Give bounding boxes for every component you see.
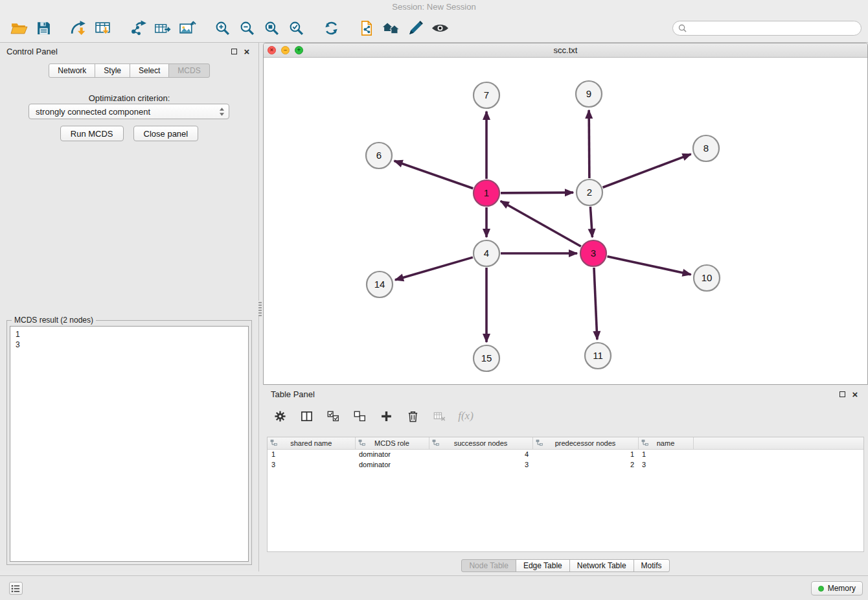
edge-1-6[interactable] [394,161,474,188]
column-label: MCDS role [374,439,409,447]
cell-mcds_role[interactable]: dominator [355,449,429,459]
graph-node-1[interactable]: 1 [474,180,499,206]
table-settings-gear-icon[interactable] [272,408,288,424]
export-image-icon[interactable] [175,17,200,40]
column-header-name[interactable]: name [638,437,693,449]
close-window-icon[interactable]: × [268,46,276,54]
edge-4-14[interactable] [395,257,473,280]
criterion-dropdown[interactable]: strongly connected component [29,104,229,119]
edge-2-8[interactable] [603,154,691,187]
tab-select[interactable]: Select [130,63,169,78]
unselect-all-columns-icon[interactable] [352,408,367,424]
float-panel-icon[interactable] [229,46,239,56]
svg-text:2: 2 [587,187,592,198]
column-header-shared_name[interactable]: shared name [268,437,355,449]
network-graph[interactable]: 7968124314101511 [264,58,867,384]
select-all-columns-icon[interactable] [325,408,341,424]
edge-3-10[interactable] [607,257,691,275]
cell-predecessor_nodes[interactable]: 2 [532,459,638,470]
window-title: Session: New Session [0,0,868,14]
zoom-selected-icon[interactable] [284,17,308,40]
network-canvas[interactable]: 7968124314101511 [264,58,867,384]
zoom-fit-icon[interactable] [259,17,284,40]
edge-2-9[interactable] [589,110,589,178]
zoom-window-icon[interactable]: + [295,46,303,54]
node-table[interactable]: shared nameMCDS rolesuccessor nodesprede… [267,437,864,552]
open-folder-icon[interactable] [6,17,31,40]
vertical-splitter-handle[interactable] [258,301,262,316]
table-row[interactable]: 3dominator323 [268,459,863,470]
minimize-window-icon[interactable]: – [281,46,290,54]
column-label: name [657,439,675,447]
table-row[interactable]: 1dominator411 [268,449,863,459]
column-header-successor_nodes[interactable]: successor nodes [429,437,532,449]
svg-text:9: 9 [586,88,591,99]
cell-shared_name[interactable]: 3 [268,459,355,470]
graph-node-7[interactable]: 7 [474,82,499,108]
graph-node-3[interactable]: 3 [580,240,606,266]
list-menu-icon [11,584,21,593]
save-session-icon[interactable] [31,17,56,40]
search-icon [678,24,687,32]
graph-node-11[interactable]: 11 [585,343,611,369]
column-label: shared name [290,439,332,447]
delete-rows-icon[interactable] [405,408,420,424]
cell-successor_nodes[interactable]: 3 [429,459,532,470]
cell-shared_name[interactable]: 1 [268,449,355,459]
import-network-icon[interactable] [66,17,91,40]
cell-predecessor_nodes[interactable]: 1 [532,449,638,459]
graph-node-4[interactable]: 4 [474,240,499,266]
show-graphics-icon[interactable] [428,17,452,40]
tab-node-table[interactable]: Node Table [461,559,516,572]
memory-button[interactable]: Memory [811,581,863,595]
graph-node-6[interactable]: 6 [366,143,392,168]
status-menu-button[interactable] [9,582,23,595]
column-header-predecessor_nodes[interactable]: predecessor nodes [532,437,638,449]
cell-name[interactable]: 3 [638,459,693,470]
float-table-panel-icon[interactable] [837,389,847,399]
export-table-icon[interactable] [150,17,175,40]
graph-node-15[interactable]: 15 [474,345,499,371]
export-network-icon[interactable] [126,17,150,40]
graph-edges [394,110,691,342]
edge-2-3[interactable] [590,207,592,237]
graph-node-9[interactable]: 9 [576,81,602,107]
close-panel-icon[interactable]: × [242,46,252,56]
close-panel-button[interactable]: Close panel [133,126,199,141]
tab-motifs[interactable]: Motifs [634,559,670,572]
import-table-icon[interactable] [91,17,115,40]
mcds-result-title: MCDS result (2 nodes) [12,316,96,325]
zoom-in-icon[interactable] [210,17,234,40]
edge-3-11[interactable] [594,268,597,340]
run-mcds-button[interactable]: Run MCDS [60,126,124,141]
tab-network[interactable]: Network [49,63,95,78]
cell-name[interactable]: 1 [638,449,693,459]
first-neighbors-icon[interactable] [378,17,403,40]
edge-1-2[interactable] [501,192,573,193]
apply-function-icon[interactable]: f(x) [458,408,474,424]
close-table-panel-icon[interactable]: × [850,389,860,399]
search-input[interactable] [690,24,856,33]
tab-edge-table[interactable]: Edge Table [516,559,570,572]
zoom-out-icon[interactable] [234,17,259,40]
column-header-mcds_role[interactable]: MCDS role [355,437,429,449]
add-row-icon[interactable] [378,408,394,424]
edge-3-1[interactable] [501,201,581,246]
tab-mcds[interactable]: MCDS [168,63,209,78]
graph-node-14[interactable]: 14 [367,271,393,297]
refresh-view-icon[interactable] [319,17,343,40]
search-field[interactable] [672,21,862,36]
svg-text:4: 4 [484,248,489,259]
cell-mcds_role[interactable]: dominator [355,459,429,470]
tab-network-table[interactable]: Network Table [569,559,634,572]
table-tabs: Node TableEdge TableNetwork TableMotifs [263,559,868,572]
delete-table-icon[interactable] [431,408,447,424]
cell-successor_nodes[interactable]: 4 [429,449,532,459]
show-columns-icon[interactable] [299,408,314,424]
graph-node-8[interactable]: 8 [693,135,719,161]
apply-style-icon[interactable] [403,17,428,40]
clone-network-icon[interactable] [354,17,378,40]
graph-node-2[interactable]: 2 [577,179,602,205]
tab-style[interactable]: Style [95,63,130,78]
graph-node-10[interactable]: 10 [694,265,720,291]
